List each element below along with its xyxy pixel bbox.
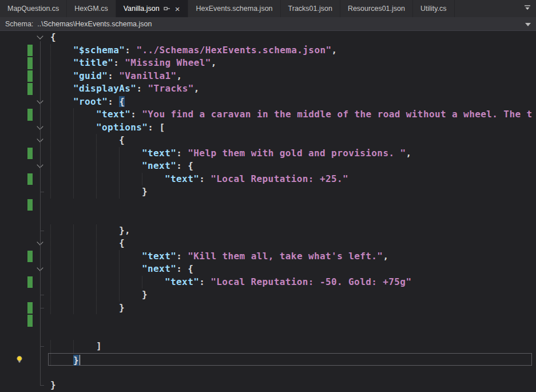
change-margin — [25, 134, 33, 147]
code-line[interactable] — [0, 314, 536, 327]
schema-dropdown[interactable] — [525, 20, 531, 28]
glyph-margin — [0, 31, 25, 44]
code-line[interactable]: "root": { — [0, 96, 536, 109]
code-line[interactable]: { — [0, 237, 536, 250]
tab-tracks01-json[interactable]: Tracks01.json — [281, 0, 340, 17]
change-margin — [25, 353, 33, 366]
code-text: }, — [48, 224, 130, 237]
token-punctuation: : — [176, 251, 188, 262]
fold-collapse-icon[interactable] — [37, 239, 43, 245]
code-line[interactable] — [0, 199, 536, 212]
change-indicator — [27, 302, 33, 314]
fold-margin — [33, 173, 48, 186]
tab-list-dropdown[interactable] — [519, 0, 536, 17]
glyph-margin — [0, 173, 25, 186]
glyph-margin — [0, 340, 25, 353]
token-punctuation: : — [136, 83, 148, 94]
change-indicator — [27, 251, 33, 263]
change-indicator — [27, 199, 33, 211]
code-line[interactable]: "text": "You find a caravan in the middl… — [0, 108, 536, 121]
code-line[interactable]: } — [0, 185, 536, 199]
fold-margin — [33, 276, 48, 289]
code-line[interactable]: } — [0, 288, 536, 302]
glyph-margin — [0, 57, 25, 70]
tab-resources01-json[interactable]: Resources01.json — [340, 0, 413, 17]
code-line[interactable] — [0, 366, 536, 379]
token-key: "options" — [96, 122, 148, 133]
fold-collapse-icon[interactable] — [37, 136, 43, 142]
code-text: ] — [48, 340, 102, 353]
code-line[interactable]: "next": { — [0, 160, 536, 173]
code-line[interactable]: { — [0, 31, 536, 44]
pin-icon[interactable] — [164, 5, 170, 12]
fold-collapse-icon[interactable] — [37, 97, 43, 104]
fold-collapse-icon[interactable] — [37, 33, 43, 39]
glyph-margin — [0, 44, 25, 57]
code-line[interactable]: } — [0, 379, 536, 392]
code-line[interactable]: ] — [0, 340, 536, 353]
code-line[interactable]: "text": "Local Reputation: +25." — [0, 173, 536, 186]
glyph-margin — [0, 263, 25, 276]
code-editor[interactable]: {"$schema": "../Schemas/HexEvents.schema… — [0, 31, 536, 392]
glyph-margin — [0, 82, 25, 96]
tab-bar: MapQuestion.csHexGM.csVanilla.json×HexEv… — [0, 0, 536, 17]
code-text: "title": "Missing Wheel", — [48, 57, 217, 70]
code-line[interactable]: "next": { — [0, 263, 536, 276]
code-line[interactable]: "text": "Kill them all, take what's left… — [0, 250, 536, 263]
glyph-margin — [0, 288, 25, 302]
glyph-margin — [0, 211, 25, 224]
glyph-margin — [0, 160, 25, 173]
fold-margin — [33, 314, 48, 327]
tab-mapquestion-cs[interactable]: MapQuestion.cs — [0, 0, 67, 17]
code-line[interactable]: "text": "Help them with gold and provisi… — [0, 147, 536, 160]
change-margin — [25, 82, 33, 96]
code-line[interactable]: { — [0, 134, 536, 147]
code-line[interactable]: "$schema": "../Schemas/HexEvents.schema.… — [0, 44, 536, 57]
fold-margin — [33, 96, 48, 109]
code-line[interactable] — [0, 211, 536, 224]
tab-hexgm-cs[interactable]: HexGM.cs — [67, 0, 116, 17]
change-indicator — [27, 45, 33, 57]
tab-hexevents-schema-json[interactable]: HexEvents.schema.json — [188, 0, 280, 17]
code-line[interactable]: }, — [0, 224, 536, 237]
tab-vanilla-json[interactable]: Vanilla.json× — [116, 0, 189, 17]
code-line[interactable]: } — [0, 302, 536, 315]
change-margin — [25, 96, 33, 109]
token-string: "Local Reputation: +25." — [211, 173, 348, 184]
change-margin — [25, 366, 33, 379]
change-margin — [25, 314, 33, 327]
token-key: "text" — [142, 251, 176, 262]
change-margin — [25, 327, 33, 340]
fold-collapse-icon[interactable] — [37, 264, 43, 271]
code-line[interactable]: "options": [ — [0, 121, 536, 134]
code-text: "text": "Kill them all, take what's left… — [48, 250, 388, 263]
fold-margin — [33, 199, 48, 212]
code-text — [48, 327, 50, 340]
change-indicator — [27, 276, 33, 288]
fold-collapse-icon[interactable] — [37, 161, 43, 168]
code-text: "root": { — [48, 96, 125, 109]
change-margin — [25, 108, 33, 121]
fold-collapse-icon[interactable] — [37, 123, 43, 129]
token-string: "Local Reputation: -50. Gold: +75g" — [211, 276, 411, 287]
token-punctuation: : — [176, 160, 188, 171]
code-line[interactable]: "title": "Missing Wheel", — [0, 57, 536, 70]
code-line[interactable]: "text": "Local Reputation: -50. Gold: +7… — [0, 276, 536, 289]
close-icon[interactable]: × — [174, 5, 181, 13]
token-key: "text" — [165, 276, 199, 287]
code-line[interactable]: } — [0, 353, 536, 366]
token-punctuation: : — [199, 173, 211, 184]
token-punctuation: ] — [96, 340, 102, 351]
change-margin — [25, 211, 33, 224]
tab-utility-cs[interactable]: Utility.cs — [413, 0, 455, 17]
token-string: "../Schemas/HexEvents.schema.json" — [136, 45, 331, 56]
code-text: "text": "You find a caravan in the middl… — [48, 108, 533, 121]
fold-margin — [33, 211, 48, 224]
code-line[interactable]: "displayAs": "Tracks", — [0, 82, 536, 96]
code-line[interactable] — [0, 327, 536, 340]
schema-value[interactable]: ..\Schemas\HexEvents.schema.json — [37, 20, 152, 28]
code-text — [48, 211, 50, 224]
code-line[interactable]: "guid": "Vanilla1", — [0, 70, 536, 83]
token-punctuation: { — [188, 263, 193, 274]
text-cursor — [80, 355, 80, 365]
